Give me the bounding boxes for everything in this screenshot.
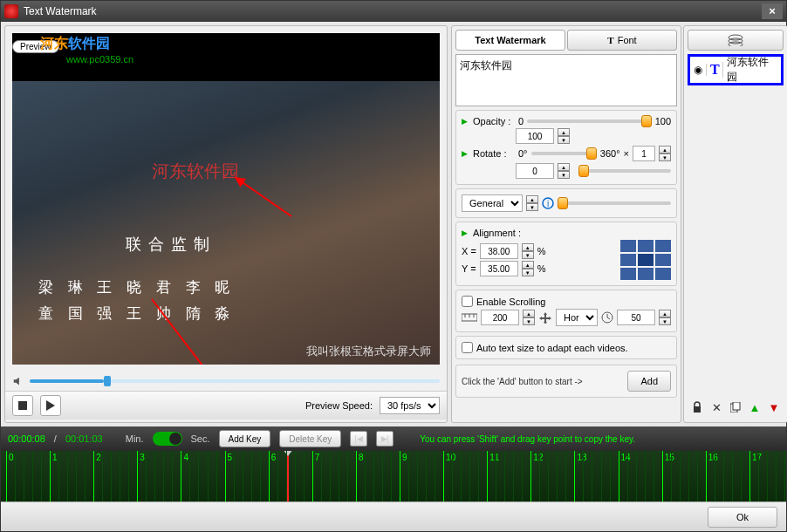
playhead[interactable] xyxy=(287,451,289,501)
play-button[interactable] xyxy=(40,395,61,416)
align-tr[interactable] xyxy=(655,240,671,252)
x-down[interactable]: ▼ xyxy=(522,251,534,259)
ruler-icon xyxy=(462,312,477,323)
rotate-mult-up[interactable]: ▲ xyxy=(659,146,671,153)
enable-scrolling-label: Enable Scrolling xyxy=(476,297,546,307)
sec-label: Sec. xyxy=(191,433,210,444)
x-up[interactable]: ▲ xyxy=(522,243,534,251)
opacity-value-input[interactable] xyxy=(516,128,554,144)
watermark-text-input[interactable]: 河东软件园 xyxy=(455,54,677,106)
ruler-tick: 3 xyxy=(140,453,145,462)
expand-icon[interactable]: ▶ xyxy=(462,117,468,126)
opacity-up[interactable]: ▲ xyxy=(558,128,570,136)
align-tl[interactable] xyxy=(620,240,636,252)
opacity-down[interactable]: ▼ xyxy=(558,136,570,144)
transform-slider[interactable] xyxy=(558,201,671,205)
text-type-icon: T xyxy=(707,62,723,78)
titlebar: Text Watermark × xyxy=(1,1,786,22)
credits-line-2: 童 国 强 王 帅 隋 淼 xyxy=(38,304,235,324)
layer-name: 河东软件园 xyxy=(723,55,781,85)
rotate-up[interactable]: ▲ xyxy=(558,163,570,171)
align-bc[interactable] xyxy=(638,268,654,280)
transform-up[interactable]: ▲ xyxy=(526,195,538,203)
ok-button[interactable]: Ok xyxy=(708,507,777,528)
timeline-ruler[interactable]: 01234567891011121314151617 xyxy=(1,451,786,501)
properties-panel: Text Watermark TFont 河东软件园 ▶ Opacity : 0… xyxy=(451,25,681,423)
copy-icon[interactable] xyxy=(726,398,745,417)
time-unit-toggle[interactable] xyxy=(153,432,182,446)
watermark-overlay[interactable]: 河东软件园 xyxy=(152,160,239,183)
ruler-tick: 8 xyxy=(359,453,364,462)
lock-icon[interactable] xyxy=(688,398,707,417)
autosize-label: Auto text size to adapt each videos. xyxy=(476,343,628,353)
site-logo: 河东软件园 xyxy=(40,35,110,53)
tab-font[interactable]: TFont xyxy=(567,30,677,51)
scroll-speed-input[interactable] xyxy=(617,310,655,325)
rotate-fine-slider[interactable] xyxy=(578,169,671,173)
credits-title: 联合监制 xyxy=(126,234,216,255)
volume-icon[interactable] xyxy=(12,375,24,387)
info-icon[interactable]: i xyxy=(542,197,554,209)
align-mr[interactable] xyxy=(655,254,671,266)
move-icon xyxy=(538,311,552,324)
add-key-button[interactable]: Add Key xyxy=(219,430,271,447)
move-down-icon[interactable]: ▼ xyxy=(764,398,784,417)
ruler-tick: 0 xyxy=(9,453,14,462)
scroll-width-input[interactable] xyxy=(481,310,519,325)
ruler-tick: 9 xyxy=(402,453,407,462)
ruler-tick: 10 xyxy=(446,453,455,462)
ruler-tick: 12 xyxy=(533,453,543,462)
autosize-checkbox[interactable] xyxy=(462,342,473,353)
align-tc[interactable] xyxy=(638,240,654,252)
expand-icon[interactable]: ▶ xyxy=(462,228,468,237)
move-up-icon[interactable]: ▲ xyxy=(745,398,764,417)
transform-down[interactable]: ▼ xyxy=(526,203,538,211)
time-duration: 00:01:03 xyxy=(65,433,103,444)
rotate-down[interactable]: ▼ xyxy=(558,171,570,179)
layers-panel: ◉ T 河东软件园 ✕ ▲ ▼ xyxy=(683,25,787,423)
video-subtitle: 我叫张根宝格式录屏大师 xyxy=(306,344,431,359)
next-key-button[interactable]: ▶| xyxy=(376,431,394,447)
delete-key-button[interactable]: Delete Key xyxy=(279,430,341,447)
add-button[interactable]: Add xyxy=(627,371,671,392)
ruler-tick: 7 xyxy=(315,453,320,462)
rotate-slider[interactable] xyxy=(531,152,597,155)
layers-header xyxy=(688,30,784,51)
alignment-grid[interactable] xyxy=(620,240,671,280)
layer-item[interactable]: ◉ T 河东软件园 xyxy=(688,54,784,85)
rotate-mult-down[interactable]: ▼ xyxy=(659,153,671,161)
prev-key-button[interactable]: |◀ xyxy=(350,431,367,447)
align-br[interactable] xyxy=(655,268,671,280)
ruler-tick: 16 xyxy=(708,453,718,462)
preview-speed-select[interactable]: 30 fps/s xyxy=(380,397,440,414)
layers-icon xyxy=(728,34,743,46)
align-mc[interactable] xyxy=(638,254,654,266)
ruler-tick: 5 xyxy=(228,453,233,462)
ruler-tick: 11 xyxy=(489,453,499,462)
y-down[interactable]: ▼ xyxy=(522,269,534,276)
delete-icon[interactable]: ✕ xyxy=(707,398,726,417)
expand-icon[interactable]: ▶ xyxy=(462,149,468,158)
ruler-tick: 4 xyxy=(183,453,188,462)
credits-line-1: 梁 琳 王 晓 君 李 昵 xyxy=(38,277,235,297)
tab-text-watermark[interactable]: Text Watermark xyxy=(455,30,565,51)
align-ml[interactable] xyxy=(620,254,636,266)
eye-icon[interactable]: ◉ xyxy=(690,64,707,76)
rotate-mult-input[interactable] xyxy=(633,146,655,161)
align-bl[interactable] xyxy=(620,268,636,280)
align-y-input[interactable] xyxy=(480,261,518,276)
volume-slider[interactable] xyxy=(30,379,440,383)
scroll-direction-select[interactable]: Horiz xyxy=(556,309,598,326)
stop-button[interactable] xyxy=(12,395,33,416)
alignment-label: Alignment : xyxy=(473,228,521,238)
rotate-value-input[interactable] xyxy=(516,163,554,179)
enable-scrolling-checkbox[interactable] xyxy=(462,296,473,307)
opacity-slider[interactable] xyxy=(527,119,652,123)
svg-rect-15 xyxy=(694,406,701,413)
close-button[interactable]: × xyxy=(762,3,783,19)
transform-select[interactable]: General xyxy=(462,194,523,212)
align-x-input[interactable] xyxy=(480,243,518,259)
svg-text:i: i xyxy=(547,199,549,208)
y-up[interactable]: ▲ xyxy=(522,261,534,269)
video-preview: 河东软件园 联合监制 梁 琳 王 晓 君 李 昵 童 国 强 王 帅 隋 淼 我… xyxy=(12,33,440,365)
